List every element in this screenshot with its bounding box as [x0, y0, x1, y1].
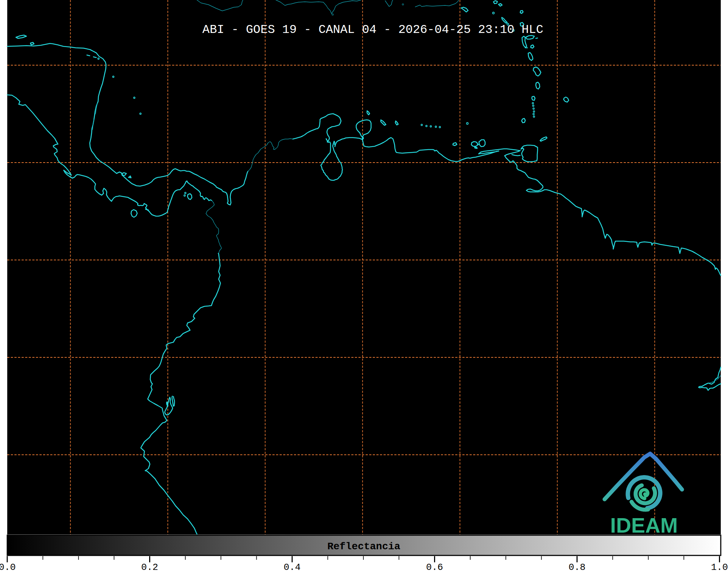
svg-text:1.0: 1.0 [711, 562, 728, 571]
svg-text:ABI - GOES 19 - CANAL 04 - 202: ABI - GOES 19 - CANAL 04 - 2026-04-25 23… [202, 23, 543, 37]
svg-text:IDEAM: IDEAM [610, 513, 678, 537]
svg-text:0.8: 0.8 [569, 562, 586, 571]
svg-text:0.2: 0.2 [141, 562, 158, 571]
svg-text:0.4: 0.4 [284, 562, 301, 571]
svg-text:Reflectancia: Reflectancia [327, 541, 400, 552]
svg-text:0.6: 0.6 [426, 562, 443, 571]
svg-text:0.0: 0.0 [0, 562, 16, 571]
